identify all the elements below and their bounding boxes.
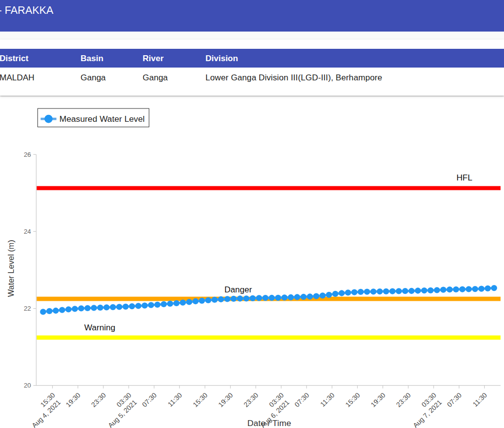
svg-text:15:30: 15:30	[192, 392, 209, 409]
svg-text:Warning: Warning	[84, 323, 115, 332]
svg-text:11:30: 11:30	[319, 392, 336, 408]
svg-text:23:30: 23:30	[90, 392, 107, 409]
svg-text:20: 20	[24, 382, 31, 389]
svg-text:07:30: 07:30	[293, 392, 310, 409]
svg-text:07:30: 07:30	[141, 392, 158, 409]
svg-text:Measured Water Level: Measured Water Level	[60, 114, 145, 124]
svg-text:Water Level (m): Water Level (m)	[6, 240, 15, 297]
svg-text:11:30: 11:30	[167, 392, 184, 408]
svg-text:HFL: HFL	[456, 173, 472, 182]
svg-text:19:30: 19:30	[370, 392, 387, 409]
svg-text:23:30: 23:30	[395, 392, 412, 409]
svg-text:Danger: Danger	[225, 285, 252, 294]
svg-text:26: 26	[24, 151, 31, 158]
svg-text:15:30: 15:30	[344, 392, 361, 409]
svg-text:23:30: 23:30	[242, 392, 260, 409]
svg-text:07:30: 07:30	[446, 392, 463, 409]
svg-text:11:30: 11:30	[471, 392, 489, 408]
svg-text:Date / Time: Date / Time	[247, 418, 291, 428]
svg-text:24: 24	[24, 228, 31, 235]
svg-text:19:30: 19:30	[65, 392, 82, 409]
svg-text:19:30: 19:30	[217, 392, 234, 409]
svg-text:22: 22	[24, 305, 31, 312]
